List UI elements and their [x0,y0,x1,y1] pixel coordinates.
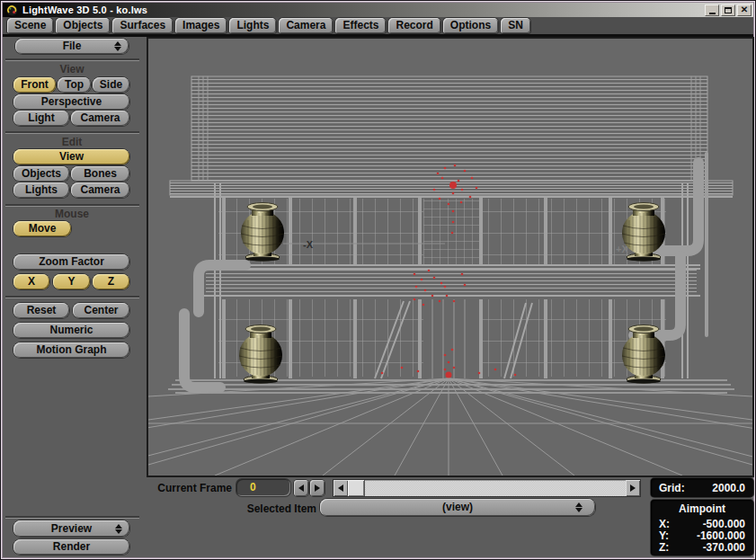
edit-bones-button[interactable]: Bones [71,166,129,182]
lightwave-logo-icon [6,4,18,16]
aimpoint-title: Aimpoint [659,502,745,515]
center-button[interactable]: Center [73,303,129,318]
motion-graph-button[interactable]: Motion Graph [13,342,129,358]
render-button[interactable]: Render [13,539,129,555]
edit-view-button[interactable]: View [13,149,129,164]
maximize-icon [725,7,732,13]
minimize-icon [709,13,716,14]
edit-objects-button[interactable]: Objects [13,166,69,182]
left-arrow-icon [338,484,343,492]
tab-sn[interactable]: SN [501,18,530,33]
preview-dropdown[interactable]: Preview [13,520,129,537]
top-view-button[interactable]: Top [58,77,91,93]
tab-lights[interactable]: Lights [229,18,276,33]
current-frame-field[interactable]: 0 [236,479,290,496]
scrollbar-thumb[interactable] [348,480,364,496]
camera-view-button[interactable]: Camera [71,111,129,126]
axis-x-button[interactable]: X [13,274,49,289]
preview-dropdown-label: Preview [51,522,92,535]
scrollbar-track[interactable] [364,480,626,496]
selected-item-label: Selected Item [228,502,316,515]
left-arrow-icon [298,484,304,492]
window-title: LightWave 3D 5.0 - ko.lws [22,4,147,15]
edit-camera-button[interactable]: Camera [71,182,129,198]
file-dropdown-label: File [63,40,82,52]
mouse-section-label: Mouse [0,208,144,220]
section-divider [5,296,139,298]
axis-y-button[interactable]: Y [53,274,90,289]
edit-lights-button[interactable]: Lights [13,182,69,198]
selected-item-dropdown[interactable]: (view) [320,499,595,516]
updown-arrows-icon [575,502,583,512]
wireframe-roof [170,76,733,197]
close-button[interactable]: ✕ [737,4,752,16]
title-bar[interactable]: LightWave 3D 5.0 - ko.lws ✕ [3,3,753,17]
zoom-factor-button[interactable]: Zoom Factor [13,254,129,270]
section-divider [5,58,139,60]
tab-camera[interactable]: Camera [279,18,333,33]
scrollbar-right-arrow[interactable] [626,480,640,496]
minimize-button[interactable] [705,4,719,16]
app-window: LightWave 3D 5.0 - ko.lws ✕ Scene Object… [0,0,756,560]
current-frame-label: Current Frame [144,482,232,494]
maximize-button[interactable] [721,4,735,16]
close-icon: ✕ [741,5,748,14]
viewport-panel: -X +X [147,37,754,477]
side-view-button[interactable]: Side [93,77,129,93]
section-divider [5,516,139,518]
tab-record[interactable]: Record [388,18,440,33]
frame-back-button[interactable] [294,480,308,496]
frame-scrollbar[interactable] [334,480,640,496]
menu-tab-bar: Scene Objects Surfaces Images Lights Cam… [3,17,753,34]
move-button[interactable]: Move [13,221,71,236]
perspective-view-button[interactable]: Perspective [13,94,129,110]
right-arrow-icon [315,484,320,492]
aimpoint-z-label: Z: [659,542,669,554]
axis-label-negative-x: -X [303,239,314,250]
tab-objects[interactable]: Objects [56,18,110,33]
right-arrow-icon [630,484,636,492]
scrollbar-left-arrow[interactable] [334,480,348,496]
tab-surfaces[interactable]: Surfaces [112,18,173,33]
grid-size-readout: Grid: 2000.0 [651,478,753,497]
tab-scene[interactable]: Scene [7,18,53,33]
viewport-canvas[interactable]: -X +X [148,39,752,476]
numeric-button[interactable]: Numeric [13,323,129,338]
frame-forward-button[interactable] [310,480,325,496]
updown-arrows-icon [115,524,122,534]
tab-effects[interactable]: Effects [335,18,386,33]
aimpoint-z-value: -370.000 [703,542,745,554]
light-view-button[interactable]: Light [13,111,69,126]
edit-section-label: Edit [0,136,144,148]
axis-z-button[interactable]: Z [93,274,129,289]
reset-button[interactable]: Reset [13,303,69,318]
aimpoint-readout: Aimpoint X:-500.000 Y:-1600.000 Z:-370.0… [651,500,753,556]
grid-value: 2000.0 [712,482,745,494]
front-view-button[interactable]: Front [13,77,56,93]
updown-arrows-icon [114,41,121,51]
file-dropdown[interactable]: File [15,39,129,54]
section-divider [5,131,139,133]
view-section-label: View [0,63,144,76]
tab-images[interactable]: Images [175,18,227,33]
tab-options[interactable]: Options [443,18,498,33]
selected-item-value: (view) [442,501,473,513]
section-divider [5,204,139,206]
grid-label: Grid: [659,482,685,494]
